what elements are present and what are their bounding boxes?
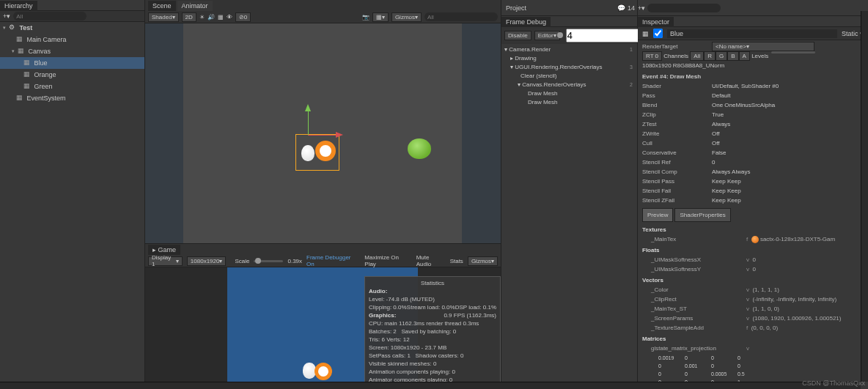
game-gizmos[interactable]: Gizmos ▾ (468, 256, 498, 266)
inspector-tab[interactable]: Inspector (638, 17, 674, 27)
vertical-scrollbar[interactable] (861, 11, 868, 382)
hierarchy-item[interactable]: ▦ Orange (0, 69, 144, 81)
textures-header: Textures (642, 225, 864, 234)
prop-val: Default (712, 91, 730, 100)
fx-icon[interactable]: ▦ (218, 14, 224, 21)
scene-viewport[interactable] (145, 23, 501, 243)
light-icon[interactable]: ☀ (199, 14, 205, 21)
game-tab[interactable]: ▸ Game (148, 245, 180, 255)
prop-val: False (712, 148, 727, 158)
shaderprops-button[interactable]: ShaderProperties (674, 208, 730, 222)
framedebug-tab[interactable]: Frame Debug (501, 17, 551, 27)
prop-val: Off (712, 138, 720, 148)
fd-item[interactable]: Draw Mesh (501, 98, 637, 107)
project-search[interactable] (647, 4, 721, 12)
prop-val: Always (712, 119, 730, 129)
prop-key: ZTest (642, 119, 712, 129)
plus-icon[interactable]: +▾ (638, 4, 645, 12)
vectors-header: Vectors (642, 275, 864, 285)
fd-item[interactable]: Clear (stencil) (501, 72, 637, 81)
ch-all[interactable]: All (690, 51, 704, 61)
badge: 14 (625, 4, 637, 12)
mute-audio[interactable]: Mute Audio (416, 254, 446, 267)
preview-button[interactable]: Preview (642, 208, 673, 222)
watermark: CSDN @ThomasQxx (802, 379, 865, 387)
levels-slider[interactable] (771, 51, 815, 53)
hierarchy-item[interactable]: ▦ Main Camera (0, 34, 144, 45)
stats-toggle[interactable]: Stats (450, 258, 463, 264)
hierarchy-search[interactable] (13, 12, 87, 21)
hierarchy-item[interactable]: ▦ Green (0, 81, 144, 92)
scale-label: Scale (235, 258, 249, 264)
fd-item[interactable]: ▾ Camera.Render1 (501, 45, 637, 54)
event-label: Event #4: Draw Mesh (642, 72, 864, 81)
matrices-header: Matrices (642, 334, 864, 344)
msg-icon[interactable]: 💬 (617, 4, 625, 12)
scene-root[interactable]: ▾⚙ Test (0, 22, 144, 34)
ch-g[interactable]: G (716, 51, 727, 61)
fd-item[interactable]: ▾ UGUI.Rendering.RenderOverlays3 (501, 63, 637, 72)
prop-key: ZClip (642, 110, 712, 119)
gizmos-dropdown[interactable]: Gizmos ▾ (391, 12, 422, 22)
prop-key: Conservative (642, 148, 712, 158)
shading-dropdown[interactable]: Shaded ▾ (148, 12, 179, 22)
maximize-on-play[interactable]: Maximize On Play (364, 254, 411, 267)
prop-key: Stencil Pass (642, 177, 712, 186)
prop-val: Keep Keep (712, 186, 741, 196)
display-dropdown[interactable]: Display 1 ▾ (148, 256, 183, 266)
inspector-panel: +▾ Inspector ▦ Blue Static ▾ RenderTarge… (638, 0, 868, 389)
prop-key: Stencil Fail (642, 186, 712, 196)
plus-icon[interactable]: +▾ (3, 12, 10, 20)
fd-item[interactable]: ▾ Canvas.RenderOverlays2 (501, 81, 637, 89)
hidden-icon[interactable]: 👁 (227, 14, 232, 21)
game-candy-orange (315, 363, 332, 380)
fd-item[interactable]: Draw Mesh (501, 89, 637, 98)
audio-icon[interactable]: 🔊 (207, 14, 215, 21)
scene-tab[interactable]: Scene (148, 1, 176, 11)
hierarchy-tab[interactable]: Hierarchy (0, 1, 37, 11)
rendertarget-dropdown[interactable]: <No name> ▾ (712, 42, 814, 51)
hierarchy-item[interactable]: ▦ EventSystem (0, 92, 144, 104)
prop-key: Stencil Ref (642, 158, 712, 167)
editor-dropdown[interactable]: Editor ▾ (534, 31, 560, 40)
disable-button[interactable]: Disable (504, 31, 532, 40)
prop-val: True (712, 110, 724, 119)
hierarchy-item[interactable]: ▦ Blue (0, 57, 144, 69)
scale-slider[interactable] (254, 260, 283, 262)
object-name[interactable]: Blue (667, 29, 837, 38)
prop-val: 0 (712, 158, 715, 167)
project-tab[interactable]: Project (501, 3, 531, 13)
ch-a[interactable]: A (739, 51, 750, 61)
prop-key: Pass (642, 91, 712, 100)
maintex-label: _MainTex (651, 234, 746, 244)
prop-val: Keep Keep (712, 177, 741, 186)
prop-key: Stencil Comp (642, 167, 712, 177)
animator-tab[interactable]: Animator (177, 1, 213, 11)
fd-item[interactable]: ▸ Drawing (501, 54, 637, 63)
mode-2d-toggle[interactable]: 2D (182, 12, 196, 22)
view-dropdown[interactable]: ▦▾ (372, 12, 389, 22)
game-viewport[interactable]: Statistics Audio: Level: -74.8 dB (MUTED… (145, 267, 501, 389)
rt-index[interactable]: RT 0 (642, 51, 662, 61)
prop-key: ZWrite (642, 129, 712, 138)
gameobject-icon: ▦ (642, 30, 649, 37)
candy-green-sprite (408, 138, 431, 159)
frame-debugger-link[interactable]: Frame Debugger On (306, 254, 360, 267)
move-gizmo[interactable] (308, 111, 309, 135)
ch-b[interactable]: B (727, 51, 738, 61)
scale-value: 0.39x (287, 258, 302, 264)
prop-key: Shader (642, 81, 712, 91)
resolution-dropdown[interactable]: 1080x1920 ▾ (187, 256, 227, 266)
camera-icon[interactable]: 📷 (362, 14, 369, 21)
hierarchy-item[interactable]: ▾▦ Canvas (0, 45, 144, 57)
hierarchy-panel: Hierarchy +▾ ▾⚙ Test ▦ Main Camera ▾▦ Ca… (0, 0, 144, 389)
rendertarget-label: RenderTarget (642, 42, 712, 51)
candy-orange-sprite (315, 141, 336, 161)
prop-key: Blend (642, 100, 712, 110)
channels-label: Channels (663, 51, 688, 61)
ch-r[interactable]: R (704, 51, 716, 61)
active-checkbox[interactable] (653, 29, 663, 38)
texture-icon (751, 236, 759, 243)
scene-search[interactable] (424, 12, 498, 21)
gizmo-toggle[interactable]: ⊘ 0 (235, 12, 251, 22)
